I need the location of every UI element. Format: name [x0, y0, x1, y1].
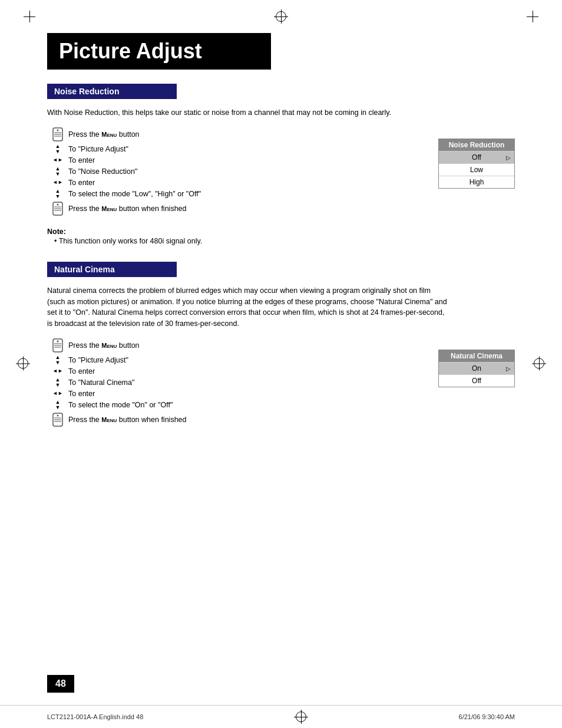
nc-instruction-text-1: Press the Menu button: [68, 341, 353, 350]
instruction-text-7: Press the Menu button when finished: [68, 205, 353, 213]
noise-reduction-item-low: Low: [439, 163, 514, 176]
menu-keyword-2: Menu: [101, 205, 117, 212]
top-center-reg-mark: [276, 11, 286, 22]
updown-icon-2: ▲ ▼: [47, 166, 68, 177]
instruction-row-2: ▲ ▼ To "Picture Adjust": [47, 144, 353, 154]
natural-cinema-instructions-list: Press the Menu button ▲ ▼ To "Picture Ad…: [47, 338, 353, 429]
nc-instruction-text-7: Press the Menu button when finished: [68, 416, 353, 424]
noise-reduction-menu-box-wrapper: Noise Reduction Off Low High: [438, 139, 515, 189]
left-side-reg-mark: [18, 358, 28, 370]
instruction-row-1: Press the Menu button: [47, 127, 353, 142]
top-left-reg-mark: [24, 11, 35, 22]
leftright-arrows-2: ◄ ►: [52, 180, 63, 185]
nc-instruction-row-1: Press the Menu button: [47, 338, 353, 353]
updown-icon-1: ▲ ▼: [47, 144, 68, 154]
nc-instruction-row-7: Press the Menu button when finished: [47, 412, 353, 427]
page-title-box: Picture Adjust: [47, 33, 271, 70]
noise-reduction-instructions-list: Press the Menu button ▲ ▼ To "Picture Ad…: [47, 127, 353, 218]
remote-icon-2: [47, 201, 68, 216]
right-side-reg-mark: [534, 358, 544, 370]
natural-cinema-menu-title: Natural Cinema: [439, 350, 514, 362]
noise-reduction-menu-title: Noise Reduction: [439, 139, 514, 151]
natural-cinema-item-off: Off: [439, 374, 514, 387]
noise-reduction-menu-box: Noise Reduction Off Low High: [438, 139, 515, 189]
noise-reduction-item-off: Off: [439, 151, 514, 163]
menu-keyword-1: Menu: [101, 131, 117, 138]
nc-updown-icon-2: ▲ ▼: [47, 377, 68, 388]
instruction-text-3: To enter: [68, 156, 353, 164]
leftright-arrows-1: ◄ ►: [52, 157, 63, 163]
natural-cinema-title: Natural Cinema: [54, 265, 170, 274]
updown-icon-3: ▲ ▼: [47, 189, 68, 199]
updown-arrows-2: ▲ ▼: [55, 166, 61, 177]
nc-remote-icon-1: [47, 338, 68, 353]
instruction-row-7: Press the Menu button when finished: [47, 201, 353, 216]
svg-point-1: [57, 129, 59, 131]
noise-reduction-description: With Noise Reduction, this helps take ou…: [47, 107, 448, 118]
footer-filename: LCT2121-001A-A English.indd 48: [47, 713, 143, 720]
nc-instruction-row-6: ▲ ▼ To select the mode "On" or "Off": [47, 400, 353, 410]
nc-instruction-text-5: To enter: [68, 390, 353, 398]
page-title: Picture Adjust: [59, 39, 259, 64]
nc-menu-keyword-1: Menu: [101, 342, 117, 349]
natural-cinema-menu-box: Natural Cinema On Off: [438, 350, 515, 387]
leftright-icon-1: ◄ ►: [47, 157, 68, 163]
natural-cinema-item-on: On: [439, 362, 514, 374]
natural-cinema-instructions-area: Press the Menu button ▲ ▼ To "Picture Ad…: [47, 338, 515, 429]
nc-instruction-row-2: ▲ ▼ To "Picture Adjust": [47, 355, 353, 365]
instruction-text-2: To "Picture Adjust": [68, 145, 353, 153]
noise-reduction-note: Note: This function only works for 480i …: [47, 228, 515, 245]
nc-updown-arrows-2: ▲ ▼: [55, 377, 61, 388]
nc-instruction-row-3: ◄ ► To enter: [47, 367, 353, 375]
top-registration-marks: [0, 0, 562, 27]
note-text: This function only works for 480i signal…: [47, 237, 515, 245]
natural-cinema-menu-box-wrapper: Natural Cinema On Off: [438, 350, 515, 387]
updown-arrows-3: ▲ ▼: [55, 189, 61, 199]
nc-leftright-arrows-2: ◄ ►: [52, 391, 63, 396]
svg-point-6: [57, 203, 59, 205]
natural-cinema-section: Natural Cinema Natural cinema corrects t…: [47, 262, 515, 429]
nc-leftright-arrows-1: ◄ ►: [52, 368, 63, 374]
svg-point-11: [57, 340, 59, 342]
page-number-badge: 48: [47, 675, 74, 693]
instruction-text-4: To "Noise Reduction": [68, 167, 353, 176]
page-body: Picture Adjust Noise Reduction With Nois…: [0, 0, 562, 728]
updown-arrows-1: ▲ ▼: [55, 144, 61, 154]
nc-leftright-icon-1: ◄ ►: [47, 368, 68, 374]
nc-updown-icon-3: ▲ ▼: [47, 400, 68, 410]
nc-instruction-text-6: To select the mode "On" or "Off": [68, 401, 353, 409]
noise-reduction-instructions-area: Press the Menu button ▲ ▼ To "Picture Ad…: [47, 127, 515, 218]
noise-reduction-title: Noise Reduction: [54, 87, 170, 96]
noise-reduction-item-high: High: [439, 176, 514, 188]
instruction-text-1: Press the Menu button: [68, 130, 353, 139]
page-number-area: 48: [47, 675, 74, 693]
note-title: Note:: [47, 228, 515, 236]
nc-updown-arrows-3: ▲ ▼: [55, 400, 61, 410]
natural-cinema-description: Natural cinema corrects the problem of b…: [47, 285, 448, 330]
leftright-icon-2: ◄ ►: [47, 180, 68, 185]
instruction-row-4: ▲ ▼ To "Noise Reduction": [47, 166, 353, 177]
nc-instruction-row-5: ◄ ► To enter: [47, 390, 353, 398]
instruction-row-5: ◄ ► To enter: [47, 179, 353, 187]
nc-instruction-text-3: To enter: [68, 367, 353, 375]
right-reg-circle: [534, 358, 544, 368]
main-content: Picture Adjust Noise Reduction With Nois…: [0, 27, 562, 474]
instruction-text-6: To select the mode "Low", "High" or "Off…: [68, 190, 353, 198]
nc-updown-arrows-1: ▲ ▼: [55, 355, 61, 365]
page-footer: LCT2121-001A-A English.indd 48 6/21/06 9…: [0, 705, 562, 728]
footer-center: [296, 711, 306, 722]
svg-point-16: [57, 414, 59, 416]
nc-instruction-text-2: To "Picture Adjust": [68, 356, 353, 364]
remote-icon-1: [47, 127, 68, 142]
nc-updown-icon-1: ▲ ▼: [47, 355, 68, 365]
footer-reg-mark: [296, 711, 306, 722]
nc-instruction-text-4: To "Natural Cinema": [68, 378, 353, 387]
nc-instruction-row-4: ▲ ▼ To "Natural Cinema": [47, 377, 353, 388]
natural-cinema-header: Natural Cinema: [47, 262, 177, 277]
instruction-row-6: ▲ ▼ To select the mode "Low", "High" or …: [47, 189, 353, 199]
noise-reduction-section: Noise Reduction With Noise Reduction, th…: [47, 84, 515, 245]
nc-menu-keyword-2: Menu: [101, 416, 117, 423]
instruction-row-3: ◄ ► To enter: [47, 156, 353, 164]
footer-timestamp: 6/21/06 9:30:40 AM: [459, 713, 515, 720]
noise-reduction-header: Noise Reduction: [47, 84, 177, 99]
